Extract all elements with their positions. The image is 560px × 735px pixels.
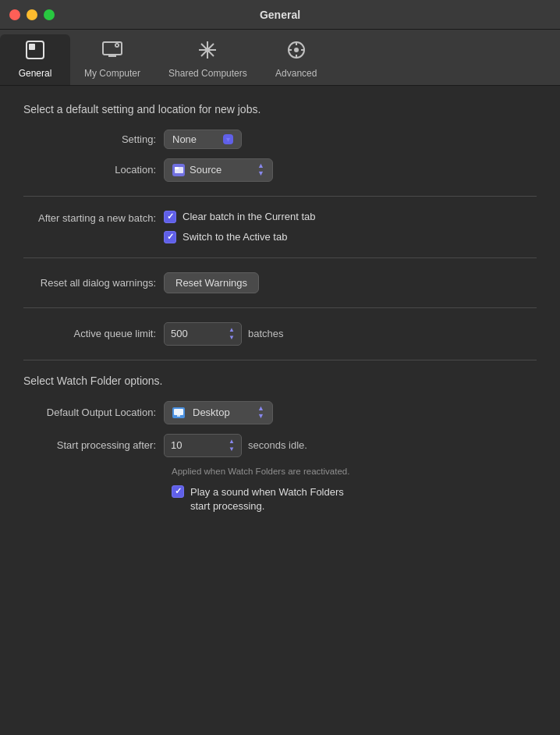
svg-rect-1 xyxy=(29,44,35,50)
start-unit: seconds idle. xyxy=(248,439,307,451)
queue-value: 500 xyxy=(171,328,188,339)
tab-my-computer-label: My Computer xyxy=(84,68,140,79)
help-area: ? xyxy=(0,730,560,735)
tab-general[interactable]: General xyxy=(0,34,70,85)
output-label: Default Output Location: xyxy=(23,407,164,418)
clear-batch-checkbox[interactable]: ✓ Clear batch in the Current tab xyxy=(164,211,316,223)
queue-spinner-row: 500 ▲ ▼ batches xyxy=(164,322,284,346)
titlebar: General xyxy=(0,0,560,30)
clear-batch-checkbox-box: ✓ xyxy=(164,211,176,223)
location-label: Location: xyxy=(23,164,164,176)
switch-active-checkbox[interactable]: ✓ Switch to the Active tab xyxy=(164,231,316,243)
start-spinner-controls: ▲ ▼ xyxy=(229,438,235,453)
advanced-icon xyxy=(285,39,307,64)
queue-spinner-controls: ▲ ▼ xyxy=(229,326,235,342)
reset-warnings-button[interactable]: Reset Warnings xyxy=(164,272,259,293)
divider-3 xyxy=(23,307,537,308)
setting-dropdown-arrow: ▾ xyxy=(223,134,233,144)
location-value: Source xyxy=(190,164,222,176)
queue-increment[interactable]: ▲ xyxy=(229,326,235,334)
general-icon xyxy=(24,39,46,64)
setting-dropdown[interactable]: None ▾ xyxy=(164,130,242,149)
reset-label: Reset all dialog warnings: xyxy=(23,277,164,289)
queue-label: Active queue limit: xyxy=(23,328,164,339)
start-spinner[interactable]: 10 ▲ ▼ xyxy=(164,434,242,457)
location-stepper: ▲ ▼ xyxy=(257,162,264,178)
play-sound-check: ✓ xyxy=(175,486,182,496)
play-sound-row: ✓ Play a sound when Watch Folders start … xyxy=(172,485,537,513)
output-dropdown[interactable]: Desktop ▲ ▼ xyxy=(164,401,273,424)
output-value: Desktop xyxy=(193,407,230,418)
start-label: Start processing after: xyxy=(23,439,164,451)
divider-1 xyxy=(23,196,537,197)
tab-advanced-label: Advanced xyxy=(275,68,317,79)
desktop-icon xyxy=(172,407,185,418)
maximize-button[interactable] xyxy=(44,9,55,20)
queue-unit: batches xyxy=(248,328,284,339)
tab-shared-computers-label: Shared Computers xyxy=(168,68,247,79)
main-content: Select a default setting and location fo… xyxy=(0,86,560,730)
start-spinner-row: 10 ▲ ▼ seconds idle. xyxy=(164,434,307,457)
reset-row: Reset all dialog warnings: Reset Warning… xyxy=(23,272,537,293)
start-decrement[interactable]: ▼ xyxy=(229,446,235,453)
svg-point-14 xyxy=(294,48,299,52)
window-controls xyxy=(9,9,55,20)
svg-point-12 xyxy=(205,48,210,52)
location-dropdown[interactable]: Source ▲ ▼ xyxy=(164,158,273,182)
tab-advanced[interactable]: Advanced xyxy=(261,34,331,85)
start-value: 10 xyxy=(171,439,182,451)
clear-batch-label: Clear batch in the Current tab xyxy=(183,211,316,222)
switch-active-check: ✓ xyxy=(167,232,174,242)
queue-spinner[interactable]: 500 ▲ ▼ xyxy=(164,322,242,346)
setting-row: Setting: None ▾ xyxy=(23,130,537,149)
intro-text: Select a default setting and location fo… xyxy=(23,103,537,115)
output-stepper: ▲ ▼ xyxy=(257,405,264,421)
switch-active-label: Switch to the Active tab xyxy=(183,231,287,243)
play-sound-checkbox[interactable]: ✓ xyxy=(172,485,184,498)
output-row: Default Output Location: Desktop ▲ ▼ xyxy=(23,401,537,424)
switch-active-checkbox-box: ✓ xyxy=(164,231,176,243)
start-processing-row: Start processing after: 10 ▲ ▼ seconds i… xyxy=(23,434,537,457)
start-increment[interactable]: ▲ xyxy=(229,438,235,446)
tab-general-label: General xyxy=(19,68,52,79)
batch-checkboxes: ✓ Clear batch in the Current tab ✓ Switc… xyxy=(164,211,316,243)
play-sound-checkbox-box: ✓ xyxy=(172,485,184,498)
clear-batch-check: ✓ xyxy=(167,211,174,222)
shared-computers-icon xyxy=(197,39,218,64)
note-text: Applied when Watch Folders are reactivat… xyxy=(172,467,537,476)
window-title: General xyxy=(260,9,300,21)
divider-2 xyxy=(23,257,537,258)
location-row: Location: Source ▲ ▼ xyxy=(23,158,537,182)
divider-4 xyxy=(23,360,537,360)
tab-shared-computers[interactable]: Shared Computers xyxy=(154,34,261,85)
close-button[interactable] xyxy=(9,9,20,20)
location-folder-icon xyxy=(172,164,185,176)
toolbar: General My Computer Shared xyxy=(0,30,560,86)
tab-my-computer[interactable]: My Computer xyxy=(70,34,154,85)
batch-label: After starting a new batch: xyxy=(23,211,164,224)
svg-rect-22 xyxy=(177,415,180,417)
batch-row: After starting a new batch: ✓ Clear batc… xyxy=(23,211,537,243)
queue-decrement[interactable]: ▼ xyxy=(229,334,235,342)
watch-intro-text: Select Watch Folder options. xyxy=(23,375,537,387)
minimize-button[interactable] xyxy=(27,9,37,20)
svg-rect-21 xyxy=(174,409,183,415)
setting-label: Setting: xyxy=(23,133,164,145)
my-computer-icon xyxy=(101,39,123,64)
queue-row: Active queue limit: 500 ▲ ▼ batches xyxy=(23,322,537,346)
svg-rect-20 xyxy=(175,167,179,169)
setting-value: None xyxy=(172,133,197,145)
play-sound-label: Play a sound when Watch Folders start pr… xyxy=(190,485,346,513)
